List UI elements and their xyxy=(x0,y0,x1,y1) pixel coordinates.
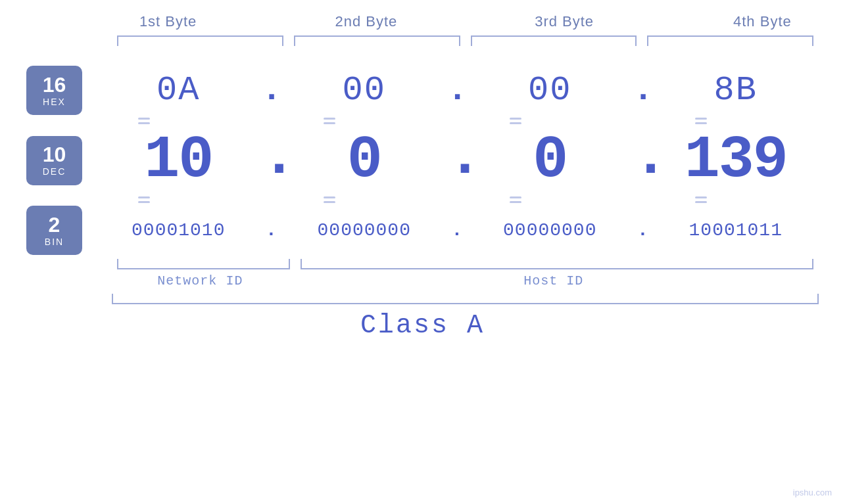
equals-sign-1 xyxy=(138,118,150,124)
bin-badge: 2 BIN xyxy=(26,206,82,255)
host-id-label: Host ID xyxy=(289,273,819,288)
equals-sign-4 xyxy=(695,118,707,124)
bin-dot1: . xyxy=(262,220,281,241)
dec-byte2: 0 xyxy=(281,127,448,194)
eq2-g4 xyxy=(618,196,785,203)
equals-row-1 xyxy=(61,118,785,124)
hex-badge: 16 HEX xyxy=(26,66,82,115)
class-label: Class A xyxy=(360,311,485,340)
hex-dot2: . xyxy=(447,71,467,110)
hex-base-label: HEX xyxy=(43,97,66,107)
dec-byte3: 0 xyxy=(467,127,633,194)
main-container: 1st Byte 2nd Byte 3rd Byte 4th Byte 16 H… xyxy=(0,0,845,504)
dec-dot3: . xyxy=(633,124,653,191)
id-labels-row: Network ID Host ID xyxy=(112,273,819,288)
bin-row: 2 BIN 00001010 . 00000000 . 00000000 . 1… xyxy=(26,206,819,255)
bottom-bracket-row xyxy=(112,259,819,269)
bracket-1 xyxy=(117,35,283,46)
equals-sign-7 xyxy=(510,196,521,203)
dec-dot2: . xyxy=(447,124,467,191)
hex-bytes-row: 0A . 00 . 00 . 8B xyxy=(95,71,819,110)
dec-dot1: . xyxy=(262,124,281,191)
full-bracket xyxy=(112,294,819,304)
network-bracket xyxy=(117,259,290,269)
bracket-4 xyxy=(647,35,813,46)
equals-row-2 xyxy=(61,196,785,203)
bin-byte1: 00001010 xyxy=(95,220,262,241)
bracket-3 xyxy=(471,35,637,46)
bin-byte4: 10001011 xyxy=(653,220,819,241)
dec-bytes-row: 10 . 0 . 0 . 139 xyxy=(95,127,819,194)
bin-byte2: 00000000 xyxy=(281,220,448,241)
equals-sign-8 xyxy=(695,196,707,203)
dec-row: 10 DEC 10 . 0 . 0 . 139 xyxy=(26,127,819,194)
equals-sign-5 xyxy=(138,196,150,203)
byte4-header: 4th Byte xyxy=(664,13,845,30)
dec-byte4: 139 xyxy=(653,127,819,194)
hex-row: 16 HEX 0A . 00 . 00 . 8B xyxy=(26,66,819,115)
equals-sign-2 xyxy=(324,118,335,124)
bin-base-label: BIN xyxy=(45,237,64,247)
bin-base-number: 2 xyxy=(49,214,60,235)
bin-bytes-row: 00001010 . 00000000 . 00000000 . 1000101… xyxy=(95,220,819,241)
host-bracket xyxy=(301,259,813,269)
eq2-g2 xyxy=(247,196,413,203)
eq2-g1 xyxy=(61,196,228,203)
bin-byte3: 00000000 xyxy=(467,220,633,241)
eq2-g3 xyxy=(433,196,599,203)
hex-base-number: 16 xyxy=(43,74,66,95)
byte3-header: 3rd Byte xyxy=(466,13,664,30)
hex-byte4: 8B xyxy=(653,71,819,110)
dec-base-label: DEC xyxy=(43,166,66,177)
bin-dot2: . xyxy=(447,220,467,241)
hex-byte3: 00 xyxy=(467,71,633,110)
byte2-header: 2nd Byte xyxy=(267,13,465,30)
hex-byte2: 00 xyxy=(281,71,448,110)
dec-byte1: 10 xyxy=(95,127,262,194)
top-bracket-row xyxy=(112,35,819,46)
bin-dot3: . xyxy=(633,220,653,241)
dec-badge: 10 DEC xyxy=(26,136,82,185)
eq1-g1 xyxy=(61,118,228,124)
byte-headers: 1st Byte 2nd Byte 3rd Byte 4th Byte xyxy=(69,13,845,30)
dec-base-number: 10 xyxy=(43,144,66,165)
hex-dot3: . xyxy=(633,71,653,110)
equals-sign-6 xyxy=(324,196,335,203)
hex-dot1: . xyxy=(262,71,281,110)
hex-byte1: 0A xyxy=(95,71,262,110)
network-id-label: Network ID xyxy=(112,273,289,288)
bracket-2 xyxy=(294,35,460,46)
watermark: ipshu.com xyxy=(793,488,832,497)
byte1-header: 1st Byte xyxy=(69,13,267,30)
equals-sign-3 xyxy=(510,118,521,124)
